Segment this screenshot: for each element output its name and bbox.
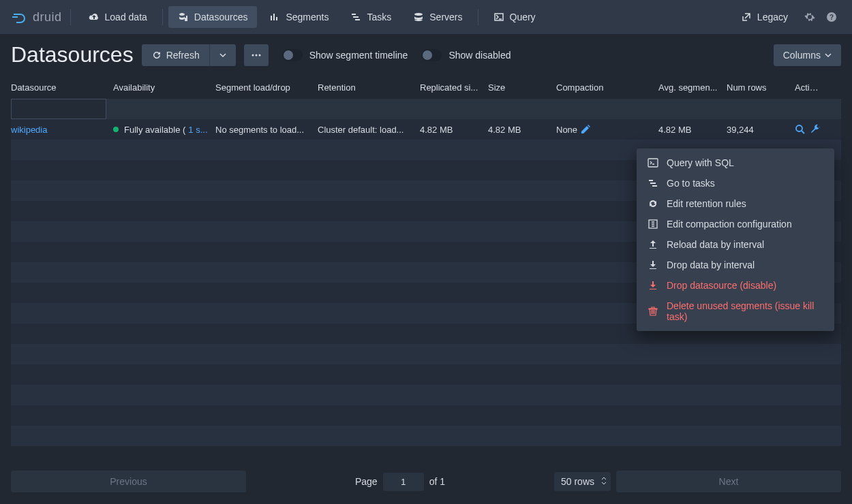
datasource-link[interactable]: wikipedia <box>11 125 47 135</box>
svg-rect-6 <box>648 159 658 167</box>
col-replicated-size[interactable]: Replicated si... <box>420 82 488 93</box>
database-icon <box>413 12 424 22</box>
page-of-label: of 1 <box>429 476 445 487</box>
cell-num-rows: 39,244 <box>727 125 795 135</box>
automatic-updates-icon <box>648 198 658 209</box>
nav-separator <box>162 9 163 25</box>
svg-point-2 <box>252 54 254 56</box>
settings-button[interactable] <box>800 7 819 27</box>
cell-retention: Cluster default: load... <box>318 125 420 135</box>
cell-size: 4.82 MB <box>488 125 556 135</box>
cell-datasource: wikipedia <box>11 125 113 135</box>
show-disabled-toggle-wrap: Show disabled <box>421 49 511 61</box>
chevron-down-icon <box>219 52 226 59</box>
gantt-icon <box>648 178 658 189</box>
toggle-label: Show disabled <box>448 50 511 61</box>
wrench-icon[interactable] <box>810 124 821 135</box>
page-label: Page <box>355 476 378 487</box>
refresh-dropdown-button[interactable] <box>209 44 236 66</box>
cell-compaction: None <box>556 124 658 135</box>
col-size[interactable]: Size <box>488 82 556 93</box>
cell-avg-segment: 4.82 MB <box>658 125 727 135</box>
select-arrows-icon <box>601 477 607 485</box>
columns-button[interactable]: Columns <box>774 44 841 66</box>
next-button[interactable]: Next <box>616 471 841 492</box>
nav-query[interactable]: Query <box>484 6 545 28</box>
svg-text:?: ? <box>830 14 834 21</box>
table-row <box>11 385 841 405</box>
cloud-upload-icon <box>89 12 100 22</box>
download-icon <box>648 259 658 270</box>
magnify-icon[interactable] <box>795 124 806 135</box>
table-row <box>11 426 841 446</box>
console-icon <box>648 157 658 168</box>
menu-query-sql[interactable]: Query with SQL <box>637 153 834 173</box>
nav-legacy[interactable]: Legacy <box>731 6 797 28</box>
col-compaction[interactable]: Compaction <box>556 82 658 93</box>
gear-icon <box>804 12 815 22</box>
menu-go-to-tasks[interactable]: Go to tasks <box>637 173 834 193</box>
refresh-icon <box>151 50 162 61</box>
svg-point-4 <box>258 54 260 56</box>
compressed-icon <box>648 219 658 230</box>
show-segment-timeline-toggle[interactable] <box>282 49 303 61</box>
nav-segments[interactable]: Segments <box>260 6 338 28</box>
more-actions-button[interactable] <box>244 44 269 66</box>
nav-separator <box>478 9 478 25</box>
gantt-icon <box>350 12 361 22</box>
show-segment-timeline-toggle-wrap: Show segment timeline <box>282 49 408 61</box>
col-actions[interactable]: Actions <box>795 82 827 93</box>
menu-edit-retention[interactable]: Edit retention rules <box>637 193 834 214</box>
chevron-down-icon <box>825 52 832 59</box>
nav-tasks[interactable]: Tasks <box>341 6 401 28</box>
druid-logo-icon <box>11 9 27 25</box>
cell-segment-load-drop: No segments to load... <box>215 125 318 135</box>
menu-reload-interval[interactable]: Reload data by interval <box>637 234 834 255</box>
toggle-label: Show segment timeline <box>309 50 408 61</box>
cell-replicated-size: 4.82 MB <box>420 125 488 135</box>
trash-icon <box>648 306 658 317</box>
table-row <box>11 364 841 385</box>
menu-edit-compaction[interactable]: Edit compaction configuration <box>637 214 834 234</box>
availability-segments-link[interactable]: 1 s... <box>188 125 207 135</box>
previous-button[interactable]: Previous <box>11 471 246 492</box>
refresh-button[interactable]: Refresh <box>142 44 209 66</box>
refresh-button-group: Refresh <box>142 44 236 66</box>
menu-drop-datasource[interactable]: Drop datasource (disable) <box>637 275 834 296</box>
table-row <box>11 405 841 426</box>
col-datasource[interactable]: Datasource <box>11 82 113 93</box>
menu-delete-unused[interactable]: Delete unused segments (issue kill task) <box>637 296 834 327</box>
help-icon: ? <box>826 12 837 22</box>
nav-load-data[interactable]: Load data <box>79 6 157 28</box>
col-segment-load-drop[interactable]: Segment load/drop <box>215 82 318 93</box>
table-row: wikipedia Fully available (1 s... No seg… <box>11 119 841 140</box>
console-icon <box>493 12 504 22</box>
nav-datasources[interactable]: Datasources <box>168 6 258 28</box>
col-availability[interactable]: Availability <box>113 82 215 93</box>
col-retention[interactable]: Retention <box>318 82 420 93</box>
svg-point-5 <box>796 125 802 131</box>
col-num-rows[interactable]: Num rows <box>727 82 795 93</box>
col-avg-segment[interactable]: Avg. segmen... <box>658 82 727 93</box>
page-title: Datasources <box>11 42 134 67</box>
show-disabled-toggle[interactable] <box>421 49 442 61</box>
menu-drop-interval[interactable]: Drop data by interval <box>637 255 834 275</box>
external-link-icon <box>741 12 752 22</box>
help-button[interactable]: ? <box>822 7 841 27</box>
edit-icon[interactable] <box>580 124 591 135</box>
pagination-center: Page of 1 <box>252 473 549 491</box>
page-header: Datasources Refresh Show segment timelin… <box>0 34 852 76</box>
ellipsis-icon <box>251 50 262 61</box>
nav-servers[interactable]: Servers <box>404 6 472 28</box>
brand-logo[interactable]: druid <box>11 9 71 25</box>
datasource-filter-input[interactable] <box>11 99 106 119</box>
download-icon <box>648 280 658 291</box>
svg-point-3 <box>255 54 257 56</box>
page-input[interactable] <box>383 473 424 491</box>
upload-icon <box>648 239 658 250</box>
status-dot-available <box>113 127 119 132</box>
pagination-bar: Previous Page of 1 50 rows Next <box>0 464 852 499</box>
top-nav-bar: druid Load data Datasources Segments Tas… <box>0 0 852 34</box>
rows-per-page-select[interactable]: 50 rows <box>554 472 611 491</box>
segments-icon <box>269 12 280 22</box>
